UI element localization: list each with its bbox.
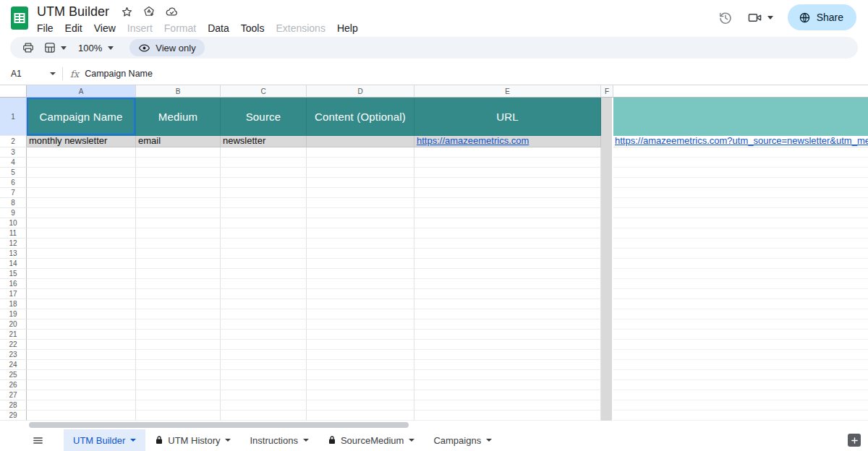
cell[interactable]: [27, 259, 136, 269]
row-number[interactable]: 24: [0, 360, 27, 370]
cell[interactable]: [27, 400, 136, 411]
tab-sourcemedium[interactable]: SourceMedium: [318, 429, 424, 451]
cell[interactable]: [414, 147, 601, 158]
column-header-f[interactable]: F: [601, 85, 613, 98]
cell[interactable]: [27, 299, 136, 309]
format-icon[interactable]: [41, 38, 59, 57]
chevron-down-icon[interactable]: [108, 46, 114, 50]
cell[interactable]: [601, 259, 613, 269]
cell[interactable]: [136, 269, 221, 279]
chevron-down-icon[interactable]: [409, 439, 414, 442]
cell-c2[interactable]: newsletter: [221, 136, 307, 147]
cell[interactable]: [414, 158, 601, 168]
cell[interactable]: [136, 218, 221, 228]
print-icon[interactable]: [19, 38, 38, 57]
row-number[interactable]: 12: [0, 239, 27, 249]
cell[interactable]: [414, 330, 601, 340]
cell[interactable]: [601, 249, 613, 259]
cell[interactable]: [136, 249, 221, 259]
cell[interactable]: [414, 340, 601, 350]
column-header-b[interactable]: B: [136, 85, 221, 98]
cell[interactable]: [136, 309, 221, 319]
cell[interactable]: [221, 228, 307, 239]
cell[interactable]: [136, 147, 221, 158]
cell[interactable]: [601, 178, 613, 188]
cell[interactable]: [414, 289, 601, 299]
cell[interactable]: [27, 380, 136, 390]
column-header-e[interactable]: E: [414, 85, 601, 98]
cell[interactable]: [221, 319, 307, 330]
zoom-level[interactable]: 100%: [78, 43, 102, 53]
cell[interactable]: [601, 168, 613, 178]
cell[interactable]: [414, 269, 601, 279]
row-number[interactable]: 6: [0, 178, 27, 188]
cell[interactable]: [136, 380, 221, 390]
cell[interactable]: [307, 309, 414, 319]
cell[interactable]: [414, 259, 601, 269]
cell[interactable]: [27, 370, 136, 380]
add-to-drive-icon[interactable]: [142, 5, 156, 18]
cell[interactable]: [601, 319, 613, 330]
cell-f2[interactable]: [601, 136, 613, 147]
cell[interactable]: [601, 330, 613, 340]
cell[interactable]: [221, 330, 307, 340]
document-title[interactable]: UTM Builder: [37, 4, 109, 20]
cell[interactable]: [414, 228, 601, 239]
cell[interactable]: [136, 259, 221, 269]
row-number[interactable]: 19: [0, 309, 27, 319]
cell[interactable]: [136, 400, 221, 411]
cell[interactable]: [221, 239, 307, 249]
chevron-down-icon[interactable]: [225, 439, 231, 442]
row-number[interactable]: 13: [0, 249, 27, 259]
cell[interactable]: [27, 239, 136, 249]
cell[interactable]: [601, 158, 613, 168]
cell[interactable]: [601, 309, 613, 319]
cell[interactable]: [27, 168, 136, 178]
row-number[interactable]: 4: [0, 158, 27, 168]
column-header-c[interactable]: C: [221, 85, 307, 98]
cell[interactable]: [136, 279, 221, 289]
cell[interactable]: [414, 411, 601, 421]
cell[interactable]: [27, 330, 136, 340]
row-number[interactable]: 25: [0, 370, 27, 380]
cell[interactable]: [601, 360, 613, 370]
row-number[interactable]: 9: [0, 208, 27, 218]
cell[interactable]: [221, 299, 307, 309]
formula-input[interactable]: Campaign Name: [85, 69, 153, 79]
cell[interactable]: [27, 147, 136, 158]
cell[interactable]: [414, 188, 601, 198]
cell[interactable]: [601, 147, 613, 158]
row-number[interactable]: 15: [0, 269, 27, 279]
cell-b1[interactable]: Medium: [136, 98, 221, 136]
chevron-down-icon[interactable]: [130, 439, 136, 442]
cell[interactable]: [414, 198, 601, 208]
cell[interactable]: [307, 390, 414, 400]
cell[interactable]: [307, 370, 414, 380]
cell[interactable]: [136, 319, 221, 330]
cell-b2[interactable]: email: [136, 136, 221, 147]
cell[interactable]: [27, 228, 136, 239]
row-number[interactable]: 8: [0, 198, 27, 208]
menu-view[interactable]: View: [88, 22, 122, 35]
cell[interactable]: [136, 330, 221, 340]
cell[interactable]: [307, 340, 414, 350]
menu-help[interactable]: Help: [331, 22, 364, 35]
cell[interactable]: [221, 158, 307, 168]
row-number[interactable]: 23: [0, 350, 27, 360]
row-number[interactable]: 21: [0, 330, 27, 340]
cell[interactable]: [27, 390, 136, 400]
cell[interactable]: [307, 330, 414, 340]
cell[interactable]: [307, 198, 414, 208]
row-number[interactable]: 10: [0, 218, 27, 228]
cell[interactable]: [307, 228, 414, 239]
corner-box[interactable]: [0, 85, 27, 98]
cell[interactable]: [307, 259, 414, 269]
cell[interactable]: [307, 289, 414, 299]
cell[interactable]: [27, 411, 136, 421]
row-number[interactable]: 14: [0, 259, 27, 269]
cell[interactable]: [307, 249, 414, 259]
cell[interactable]: [27, 279, 136, 289]
cell[interactable]: [601, 239, 613, 249]
cell[interactable]: [27, 188, 136, 198]
cell[interactable]: [221, 380, 307, 390]
